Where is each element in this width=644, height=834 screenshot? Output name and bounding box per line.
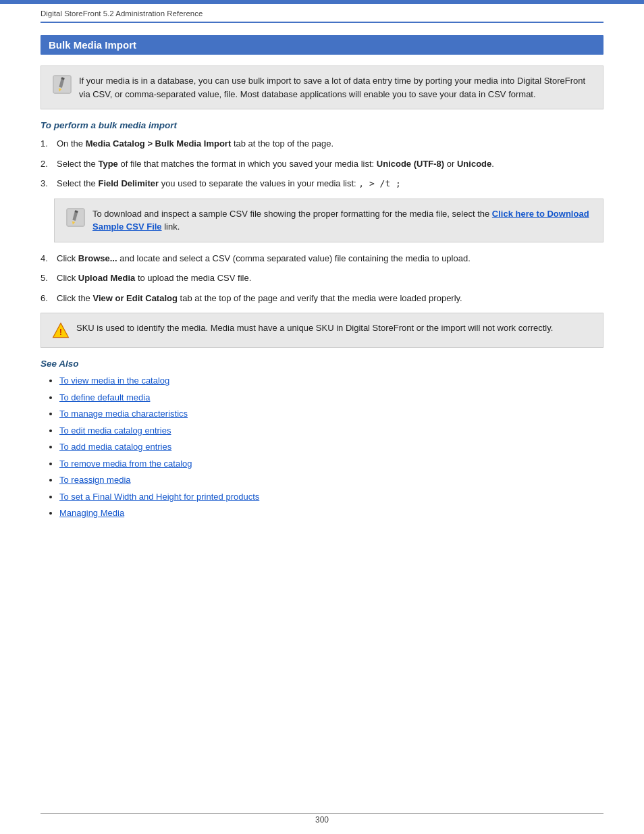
- step-4: Click Browse... and locate and select a …: [41, 252, 603, 265]
- list-item: To manage media characteristics: [59, 407, 603, 421]
- link-reassign-media[interactable]: To reassign media: [59, 475, 131, 485]
- step-5-upload: Upload Media: [78, 273, 136, 283]
- list-item: To define default media: [59, 391, 603, 405]
- steps-list: On the Media Catalog > Bulk Media Import…: [41, 137, 603, 190]
- list-item: Managing Media: [59, 506, 603, 520]
- inline-pencil-icon: [65, 207, 86, 228]
- list-item: To remove media from the catalog: [59, 457, 603, 471]
- step-3-field-delimiter: Field Delimiter: [98, 178, 159, 188]
- warning-icon: !: [52, 321, 70, 339]
- page: Digital StoreFront 5.2 Administration Re…: [0, 0, 644, 834]
- list-item: To add media catalog entries: [59, 440, 603, 454]
- inline-note-text: To download and inspect a sample CSV fil…: [92, 207, 592, 234]
- link-managing-media[interactable]: Managing Media: [59, 508, 124, 518]
- warning-box: ! SKU is used to identify the media. Med…: [41, 313, 603, 348]
- see-also-links: To view media in the catalog To define d…: [41, 374, 603, 520]
- step-3-content: Select the Field Delimiter you used to s…: [57, 177, 603, 190]
- list-item: To view media in the catalog: [59, 374, 603, 388]
- inline-note-before: To download and inspect a sample CSV fil…: [92, 209, 492, 219]
- svg-text:!: !: [59, 327, 62, 337]
- footer-page-number: 300: [0, 815, 644, 825]
- step-6-content: Click the View or Edit Catalog tab at th…: [57, 292, 603, 305]
- list-item: To edit media catalog entries: [59, 424, 603, 438]
- step-1: On the Media Catalog > Bulk Media Import…: [41, 137, 603, 151]
- step-6: Click the View or Edit Catalog tab at th…: [41, 292, 603, 305]
- step-5-content: Click Upload Media to upload the media C…: [57, 271, 603, 285]
- footer-rule: [41, 813, 603, 814]
- step-2-type-label: Type: [98, 159, 117, 169]
- intro-note-text: If your media is in a database, you can …: [79, 74, 592, 101]
- inline-note-after: link.: [162, 221, 180, 232]
- link-final-width-height[interactable]: To set a Final Width and Height for prin…: [59, 492, 259, 502]
- breadcrumb: Digital StoreFront 5.2 Administration Re…: [41, 9, 203, 18]
- see-also-section: See Also To view media in the catalog To…: [41, 359, 603, 520]
- step-2-unicode-utf8: Unicode (UTF-8): [377, 159, 444, 169]
- step-6-view-edit: View or Edit Catalog: [92, 293, 177, 303]
- inline-note-box: To download and inspect a sample CSV fil…: [54, 199, 603, 242]
- link-manage-characteristics[interactable]: To manage media characteristics: [59, 409, 188, 419]
- link-define-default[interactable]: To define default media: [59, 392, 150, 402]
- step-2-unicode: Unicode: [457, 159, 491, 169]
- step-4-browse: Browse...: [78, 253, 117, 263]
- step-3: Select the Field Delimiter you used to s…: [41, 177, 603, 190]
- step-1-content: On the Media Catalog > Bulk Media Import…: [57, 137, 603, 151]
- warning-text: SKU is used to identify the media. Media…: [76, 321, 553, 335]
- intro-note-box: If your media is in a database, you can …: [41, 66, 603, 109]
- header-area: Digital StoreFront 5.2 Administration Re…: [0, 4, 644, 22]
- link-view-media[interactable]: To view media in the catalog: [59, 375, 169, 386]
- link-add-entries[interactable]: To add media catalog entries: [59, 442, 171, 452]
- link-remove-media[interactable]: To remove media from the catalog: [59, 459, 192, 469]
- subheading: To perform a bulk media import: [41, 120, 603, 130]
- section-title: Bulk Media Import: [41, 35, 603, 55]
- step-4-content: Click Browse... and locate and select a …: [57, 252, 603, 265]
- steps-list-continued: Click Browse... and locate and select a …: [41, 252, 603, 305]
- list-item: To reassign media: [59, 473, 603, 487]
- list-item: To set a Final Width and Height for prin…: [59, 490, 603, 504]
- see-also-title: See Also: [41, 359, 603, 369]
- step-3-delimiters: , > /t ;: [358, 178, 401, 188]
- step-5: Click Upload Media to upload the media C…: [41, 271, 603, 285]
- step-2-content: Select the Type of file that matches the…: [57, 157, 603, 171]
- step-2: Select the Type of file that matches the…: [41, 157, 603, 171]
- link-edit-entries[interactable]: To edit media catalog entries: [59, 425, 171, 436]
- pencil-icon: [52, 74, 72, 95]
- main-content: Bulk Media Import If your media is in a …: [0, 23, 644, 550]
- step-1-bold: Media Catalog > Bulk Media Import: [86, 138, 232, 149]
